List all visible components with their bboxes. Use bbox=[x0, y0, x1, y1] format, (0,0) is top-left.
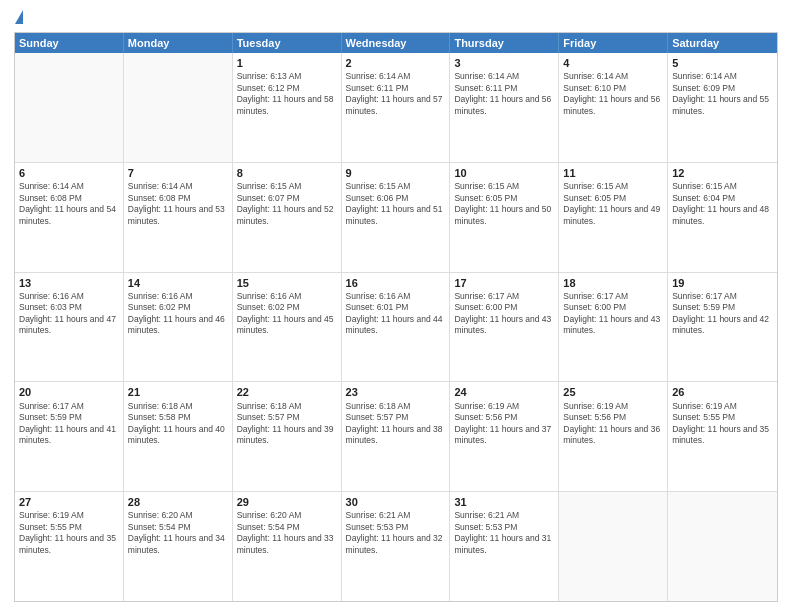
calendar-cell: 27Sunrise: 6:19 AM Sunset: 5:55 PM Dayli… bbox=[15, 492, 124, 601]
day-number: 18 bbox=[563, 276, 663, 290]
calendar-cell: 10Sunrise: 6:15 AM Sunset: 6:05 PM Dayli… bbox=[450, 163, 559, 272]
day-number: 12 bbox=[672, 166, 773, 180]
logo-triangle-icon bbox=[15, 10, 23, 24]
cell-info: Sunrise: 6:16 AM Sunset: 6:02 PM Dayligh… bbox=[128, 291, 228, 337]
cell-info: Sunrise: 6:15 AM Sunset: 6:05 PM Dayligh… bbox=[563, 181, 663, 227]
day-number: 13 bbox=[19, 276, 119, 290]
day-number: 2 bbox=[346, 56, 446, 70]
day-number: 5 bbox=[672, 56, 773, 70]
calendar-cell: 8Sunrise: 6:15 AM Sunset: 6:07 PM Daylig… bbox=[233, 163, 342, 272]
day-number: 11 bbox=[563, 166, 663, 180]
cell-info: Sunrise: 6:19 AM Sunset: 5:56 PM Dayligh… bbox=[563, 401, 663, 447]
calendar-cell: 5Sunrise: 6:14 AM Sunset: 6:09 PM Daylig… bbox=[668, 53, 777, 162]
calendar-header-cell: Friday bbox=[559, 33, 668, 53]
cell-info: Sunrise: 6:17 AM Sunset: 6:00 PM Dayligh… bbox=[454, 291, 554, 337]
day-number: 19 bbox=[672, 276, 773, 290]
cell-info: Sunrise: 6:15 AM Sunset: 6:06 PM Dayligh… bbox=[346, 181, 446, 227]
calendar-cell: 11Sunrise: 6:15 AM Sunset: 6:05 PM Dayli… bbox=[559, 163, 668, 272]
calendar-cell: 25Sunrise: 6:19 AM Sunset: 5:56 PM Dayli… bbox=[559, 382, 668, 491]
calendar-cell: 7Sunrise: 6:14 AM Sunset: 6:08 PM Daylig… bbox=[124, 163, 233, 272]
calendar-cell: 23Sunrise: 6:18 AM Sunset: 5:57 PM Dayli… bbox=[342, 382, 451, 491]
calendar-cell: 24Sunrise: 6:19 AM Sunset: 5:56 PM Dayli… bbox=[450, 382, 559, 491]
day-number: 23 bbox=[346, 385, 446, 399]
day-number: 30 bbox=[346, 495, 446, 509]
day-number: 3 bbox=[454, 56, 554, 70]
cell-info: Sunrise: 6:20 AM Sunset: 5:54 PM Dayligh… bbox=[128, 510, 228, 556]
cell-info: Sunrise: 6:14 AM Sunset: 6:09 PM Dayligh… bbox=[672, 71, 773, 117]
calendar-cell: 15Sunrise: 6:16 AM Sunset: 6:02 PM Dayli… bbox=[233, 273, 342, 382]
cell-info: Sunrise: 6:16 AM Sunset: 6:01 PM Dayligh… bbox=[346, 291, 446, 337]
day-number: 14 bbox=[128, 276, 228, 290]
day-number: 8 bbox=[237, 166, 337, 180]
calendar-cell: 6Sunrise: 6:14 AM Sunset: 6:08 PM Daylig… bbox=[15, 163, 124, 272]
calendar-cell: 16Sunrise: 6:16 AM Sunset: 6:01 PM Dayli… bbox=[342, 273, 451, 382]
calendar-cell: 1Sunrise: 6:13 AM Sunset: 6:12 PM Daylig… bbox=[233, 53, 342, 162]
calendar-header-cell: Thursday bbox=[450, 33, 559, 53]
calendar-header-cell: Saturday bbox=[668, 33, 777, 53]
cell-info: Sunrise: 6:18 AM Sunset: 5:58 PM Dayligh… bbox=[128, 401, 228, 447]
cell-info: Sunrise: 6:15 AM Sunset: 6:05 PM Dayligh… bbox=[454, 181, 554, 227]
cell-info: Sunrise: 6:19 AM Sunset: 5:55 PM Dayligh… bbox=[672, 401, 773, 447]
calendar-header-cell: Sunday bbox=[15, 33, 124, 53]
cell-info: Sunrise: 6:15 AM Sunset: 6:04 PM Dayligh… bbox=[672, 181, 773, 227]
day-number: 9 bbox=[346, 166, 446, 180]
cell-info: Sunrise: 6:14 AM Sunset: 6:08 PM Dayligh… bbox=[19, 181, 119, 227]
day-number: 6 bbox=[19, 166, 119, 180]
cell-info: Sunrise: 6:21 AM Sunset: 5:53 PM Dayligh… bbox=[454, 510, 554, 556]
cell-info: Sunrise: 6:14 AM Sunset: 6:11 PM Dayligh… bbox=[454, 71, 554, 117]
calendar-week-row: 27Sunrise: 6:19 AM Sunset: 5:55 PM Dayli… bbox=[15, 492, 777, 601]
day-number: 28 bbox=[128, 495, 228, 509]
calendar-cell: 21Sunrise: 6:18 AM Sunset: 5:58 PM Dayli… bbox=[124, 382, 233, 491]
page: SundayMondayTuesdayWednesdayThursdayFrid… bbox=[0, 0, 792, 612]
cell-info: Sunrise: 6:14 AM Sunset: 6:08 PM Dayligh… bbox=[128, 181, 228, 227]
cell-info: Sunrise: 6:15 AM Sunset: 6:07 PM Dayligh… bbox=[237, 181, 337, 227]
calendar-cell: 26Sunrise: 6:19 AM Sunset: 5:55 PM Dayli… bbox=[668, 382, 777, 491]
calendar-cell: 9Sunrise: 6:15 AM Sunset: 6:06 PM Daylig… bbox=[342, 163, 451, 272]
calendar-cell: 20Sunrise: 6:17 AM Sunset: 5:59 PM Dayli… bbox=[15, 382, 124, 491]
calendar-cell: 17Sunrise: 6:17 AM Sunset: 6:00 PM Dayli… bbox=[450, 273, 559, 382]
cell-info: Sunrise: 6:19 AM Sunset: 5:55 PM Dayligh… bbox=[19, 510, 119, 556]
calendar-cell: 3Sunrise: 6:14 AM Sunset: 6:11 PM Daylig… bbox=[450, 53, 559, 162]
day-number: 24 bbox=[454, 385, 554, 399]
calendar-cell bbox=[124, 53, 233, 162]
day-number: 27 bbox=[19, 495, 119, 509]
day-number: 25 bbox=[563, 385, 663, 399]
cell-info: Sunrise: 6:21 AM Sunset: 5:53 PM Dayligh… bbox=[346, 510, 446, 556]
calendar-cell: 29Sunrise: 6:20 AM Sunset: 5:54 PM Dayli… bbox=[233, 492, 342, 601]
day-number: 15 bbox=[237, 276, 337, 290]
calendar-cell: 31Sunrise: 6:21 AM Sunset: 5:53 PM Dayli… bbox=[450, 492, 559, 601]
calendar-cell: 19Sunrise: 6:17 AM Sunset: 5:59 PM Dayli… bbox=[668, 273, 777, 382]
day-number: 26 bbox=[672, 385, 773, 399]
cell-info: Sunrise: 6:18 AM Sunset: 5:57 PM Dayligh… bbox=[237, 401, 337, 447]
calendar-cell: 14Sunrise: 6:16 AM Sunset: 6:02 PM Dayli… bbox=[124, 273, 233, 382]
cell-info: Sunrise: 6:19 AM Sunset: 5:56 PM Dayligh… bbox=[454, 401, 554, 447]
cell-info: Sunrise: 6:14 AM Sunset: 6:10 PM Dayligh… bbox=[563, 71, 663, 117]
day-number: 10 bbox=[454, 166, 554, 180]
calendar-cell: 28Sunrise: 6:20 AM Sunset: 5:54 PM Dayli… bbox=[124, 492, 233, 601]
calendar-week-row: 20Sunrise: 6:17 AM Sunset: 5:59 PM Dayli… bbox=[15, 382, 777, 492]
calendar-cell bbox=[559, 492, 668, 601]
day-number: 16 bbox=[346, 276, 446, 290]
cell-info: Sunrise: 6:14 AM Sunset: 6:11 PM Dayligh… bbox=[346, 71, 446, 117]
calendar-cell bbox=[668, 492, 777, 601]
calendar-header-cell: Tuesday bbox=[233, 33, 342, 53]
day-number: 4 bbox=[563, 56, 663, 70]
day-number: 31 bbox=[454, 495, 554, 509]
calendar-cell: 30Sunrise: 6:21 AM Sunset: 5:53 PM Dayli… bbox=[342, 492, 451, 601]
calendar-cell: 4Sunrise: 6:14 AM Sunset: 6:10 PM Daylig… bbox=[559, 53, 668, 162]
calendar-cell: 12Sunrise: 6:15 AM Sunset: 6:04 PM Dayli… bbox=[668, 163, 777, 272]
calendar-cell bbox=[15, 53, 124, 162]
cell-info: Sunrise: 6:17 AM Sunset: 5:59 PM Dayligh… bbox=[19, 401, 119, 447]
cell-info: Sunrise: 6:17 AM Sunset: 6:00 PM Dayligh… bbox=[563, 291, 663, 337]
calendar-body: 1Sunrise: 6:13 AM Sunset: 6:12 PM Daylig… bbox=[15, 53, 777, 601]
calendar-week-row: 13Sunrise: 6:16 AM Sunset: 6:03 PM Dayli… bbox=[15, 273, 777, 383]
calendar-header-cell: Monday bbox=[124, 33, 233, 53]
cell-info: Sunrise: 6:18 AM Sunset: 5:57 PM Dayligh… bbox=[346, 401, 446, 447]
calendar-cell: 2Sunrise: 6:14 AM Sunset: 6:11 PM Daylig… bbox=[342, 53, 451, 162]
cell-info: Sunrise: 6:16 AM Sunset: 6:03 PM Dayligh… bbox=[19, 291, 119, 337]
header bbox=[14, 10, 778, 26]
logo bbox=[14, 10, 23, 26]
calendar-cell: 18Sunrise: 6:17 AM Sunset: 6:00 PM Dayli… bbox=[559, 273, 668, 382]
day-number: 7 bbox=[128, 166, 228, 180]
cell-info: Sunrise: 6:20 AM Sunset: 5:54 PM Dayligh… bbox=[237, 510, 337, 556]
